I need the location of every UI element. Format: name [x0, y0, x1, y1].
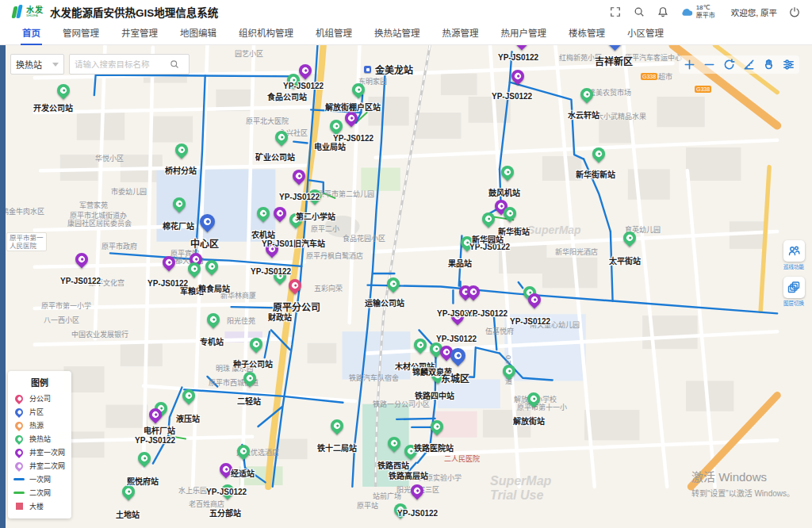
zoom-in-icon[interactable] — [682, 57, 697, 72]
nav-tab[interactable]: 组织机构管理 — [237, 24, 295, 45]
basemap-label: 盛美农贸市场 — [588, 89, 631, 97]
logout-icon[interactable] — [788, 6, 801, 18]
marker-label: 棉花厂站 — [163, 222, 194, 231]
marker-label: 开发公司站 — [33, 104, 73, 113]
nav-tab[interactable]: 机组管理 — [314, 24, 354, 45]
legend-square-icon — [13, 503, 25, 510]
marker-label: 原平分公司 — [273, 303, 320, 312]
search-type-select[interactable]: 换热站 — [10, 54, 64, 75]
marker-label: 旧汽车站 — [293, 239, 325, 249]
marker-label: 五分部站 — [209, 509, 241, 518]
basemap-label: 华悦小区 — [95, 155, 124, 163]
side-tool-layers[interactable]: 图层切换 — [780, 277, 807, 307]
marker-label: 财政站 — [268, 313, 292, 323]
primary-network-line[interactable] — [396, 419, 435, 419]
legend-title: 图例 — [13, 376, 66, 388]
windows-activation-line1: 激活 Windows — [691, 468, 795, 484]
marker-label: 铁路四中站 — [415, 392, 454, 401]
weather-temp: 18℃ — [696, 4, 715, 12]
basemap-label: 中国农业发展银行 — [71, 331, 128, 339]
legend-pin-icon — [13, 408, 25, 416]
legend-item: 二次网 — [13, 486, 66, 499]
legend-item-label: 一次网 — [29, 474, 51, 484]
measure-icon[interactable] — [741, 57, 756, 72]
marker-label: 新华街新站 — [576, 170, 615, 180]
marker-label: 熙悦府站 — [127, 477, 159, 487]
chevron-down-icon — [52, 63, 59, 67]
legend-item: 一次网 — [13, 473, 66, 486]
nav-tab[interactable]: 热源管理 — [441, 24, 481, 45]
marker-label: 铁十二局站 — [317, 444, 357, 453]
hand-icon[interactable] — [761, 57, 776, 72]
marker-label: YP-JS0122 — [135, 436, 175, 446]
legend-pin-icon — [13, 449, 25, 457]
basemap-label: 食品花园小区 — [343, 235, 385, 243]
district-square-marker[interactable] — [364, 66, 371, 73]
nav-tab[interactable]: 首页 — [21, 24, 42, 45]
marker-label: YP-JS0122 — [498, 53, 538, 63]
marker-label: 电业局站 — [314, 143, 346, 152]
basemap-label: 水上乐园 — [178, 487, 207, 495]
settings-icon[interactable] — [781, 57, 796, 72]
fullscreen-icon[interactable] — [609, 6, 622, 18]
basemap-label: 站前广场 — [373, 492, 401, 500]
legend-line-icon — [13, 492, 25, 494]
legend-item: 井室一次网 — [13, 446, 66, 459]
zoom-out-icon[interactable] — [702, 57, 717, 72]
basemap-label: 原平市第二幼儿园 — [317, 190, 374, 198]
legend-item-label: 片区 — [29, 407, 44, 417]
marker-label: 运输公司站 — [365, 299, 404, 308]
nav-tab[interactable]: 地图编辑 — [178, 24, 218, 45]
bell-icon[interactable] — [657, 6, 669, 18]
brand-logo: 水发 SHUIFA — [11, 5, 44, 19]
nav-tab[interactable]: 楼栋管理 — [567, 24, 607, 45]
collapsed-panel-strip[interactable] — [0, 45, 6, 528]
marker-label: 矿业公司站 — [255, 153, 295, 163]
map-area[interactable]: 园艺小区东明家园原平北大医院永兴社区华悦小区市委幼儿园军营家苑原平市北城街道办康… — [0, 45, 812, 528]
nav-tab[interactable]: 井室管理 — [120, 24, 159, 45]
marker-label: 解放街站 — [513, 417, 545, 427]
legend-pin-icon — [13, 395, 25, 403]
legend-item-label: 分公司 — [29, 393, 51, 404]
marker-label: 金美龙站 — [375, 66, 413, 75]
basemap-label: 原平市政府 — [102, 243, 137, 251]
weather-city: 原平市 — [696, 12, 715, 20]
map-side-tools: 巡线功能图层切换 — [780, 240, 807, 307]
nav-tab[interactable]: 管网管理 — [61, 24, 101, 45]
nav-tab[interactable]: 热用户管理 — [500, 24, 549, 45]
search-input[interactable] — [70, 55, 167, 73]
basemap-label: 原平北大医院 — [246, 117, 289, 125]
reset-icon[interactable] — [722, 57, 737, 72]
side-tool-patrol-users[interactable]: 巡线功能 — [780, 240, 807, 270]
nav-tab[interactable]: 小区管理 — [626, 24, 665, 45]
logo-icon — [11, 5, 23, 19]
basemap-label: 大小武精品水果 — [596, 113, 646, 121]
marker-label: 东城区 — [441, 374, 469, 384]
welcome-text: 欢迎您, 原平 — [731, 6, 777, 18]
marker-label: 食品公司站 — [267, 93, 307, 102]
search-icon[interactable] — [633, 6, 645, 18]
weather-cloud-icon — [680, 7, 693, 17]
marker-label: 第二小学站 — [296, 212, 335, 222]
marker-label: YP-JS0122 — [492, 92, 532, 101]
nav-tab[interactable]: 换热站管理 — [373, 24, 422, 45]
marker-label: 解放街棚户区站 — [325, 103, 381, 113]
map-search-bar: 换热站 — [10, 54, 190, 75]
search-submit-icon[interactable] — [167, 56, 182, 72]
basemap-label: 老百姓商店 — [189, 500, 224, 508]
search-type-value: 换热站 — [16, 58, 42, 71]
marker-label: 铁路医院站 — [414, 444, 454, 453]
basemap-label: 五彩向荣 — [314, 285, 343, 293]
marker-label: YP-JS0122 — [397, 509, 438, 518]
legend-pin-icon — [13, 422, 25, 430]
marker-label: YP-JS0122 — [279, 193, 320, 202]
marker-label: 电杆厂站 — [144, 427, 175, 436]
supermap-trial-watermark: SuperMap Trial Use — [490, 474, 551, 503]
legend-pin-icon — [13, 462, 25, 470]
basemap-label: 康园社区居民委员会 — [67, 220, 132, 228]
weather-widget: 18℃ 原平市 — [680, 4, 715, 20]
marker-label: 中心区 — [190, 239, 219, 249]
basemap-label: 原平市北城街道办 — [70, 212, 127, 220]
legend-item: 热源 — [13, 419, 66, 432]
basemap-label: 铁路一分公司小区 — [373, 400, 430, 408]
